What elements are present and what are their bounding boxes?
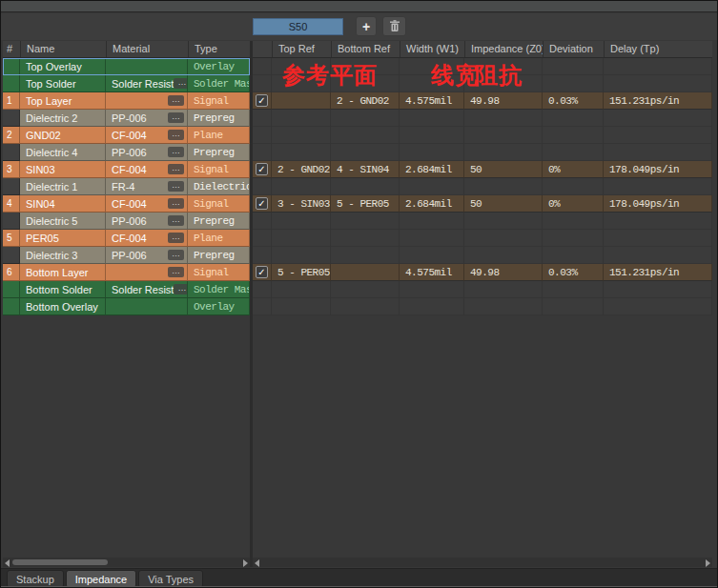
material-ellipsis-button[interactable]: … (168, 164, 184, 174)
impedance-cell[interactable] (464, 127, 543, 144)
impedance-cell[interactable] (464, 144, 543, 161)
layer-name-cell[interactable]: Dielectric 1 (20, 178, 106, 195)
layer-material-cell[interactable]: Solder Resist… (106, 281, 188, 298)
bottom-ref-cell[interactable] (331, 144, 400, 161)
width-cell[interactable]: 2.684mil (400, 195, 464, 213)
delay-cell[interactable] (604, 247, 712, 264)
enabled-checkbox[interactable]: ✓ (256, 163, 268, 175)
add-profile-button[interactable]: + (356, 16, 377, 36)
material-ellipsis-button[interactable]: … (168, 233, 184, 243)
bottom-ref-cell[interactable] (331, 213, 400, 230)
deviation-cell[interactable] (543, 58, 604, 75)
material-ellipsis-button[interactable]: … (168, 267, 184, 277)
enabled-checkbox[interactable]: ✓ (256, 94, 268, 107)
top-ref-cell[interactable] (272, 110, 331, 127)
layer-name-cell[interactable]: SIN04 (20, 195, 106, 213)
impedance-column-header[interactable]: Impedance (Z0) (464, 41, 543, 57)
impedance-cell[interactable] (464, 213, 543, 230)
width-cell[interactable] (400, 178, 464, 195)
stackup-row-gnd02[interactable]: 2GND02CF-004…Plane (3, 127, 250, 144)
impedance-row[interactable] (253, 298, 712, 315)
layer-type-cell[interactable]: Prepreg (188, 213, 250, 230)
material-ellipsis-button[interactable]: … (168, 147, 184, 157)
delay-cell[interactable]: 178.049ps/in (604, 161, 712, 178)
top-ref-cell[interactable]: 2 - GND02 (272, 161, 331, 178)
delay-cell[interactable] (604, 75, 712, 92)
stackup-column-header[interactable]: Type (188, 41, 250, 57)
material-ellipsis-button[interactable]: … (168, 250, 184, 260)
layer-type-cell[interactable]: Plane (188, 127, 250, 144)
layer-material-cell[interactable]: CF-004… (106, 127, 188, 144)
width-cell[interactable] (400, 247, 464, 264)
enabled-checkbox[interactable]: ✓ (256, 266, 268, 278)
layer-name-cell[interactable]: Dielectric 2 (20, 110, 106, 127)
bottom-ref-cell[interactable] (331, 230, 400, 247)
bottom-ref-cell[interactable] (331, 178, 400, 195)
layer-name-cell[interactable]: Top Solder (20, 75, 106, 92)
bottom-ref-cell[interactable]: 2 - GND02 (331, 92, 400, 110)
impedance-row[interactable]: ✓2 - GND024.575mil49.980.03%151.231ps/in (253, 92, 712, 110)
stackup-row-dielectric-3[interactable]: Dielectric 3PP-006…Prepreg (3, 247, 250, 264)
top-ref-cell[interactable] (272, 92, 331, 110)
impedance-cell[interactable] (464, 247, 543, 264)
top-ref-cell[interactable]: 3 - SIN03 (272, 195, 331, 213)
impedance-row[interactable] (253, 110, 712, 127)
delay-cell[interactable] (604, 144, 712, 161)
top-ref-cell[interactable] (272, 178, 331, 195)
width-cell[interactable] (400, 230, 464, 247)
layer-type-cell[interactable]: Overlay (188, 298, 250, 315)
top-ref-cell[interactable] (272, 230, 331, 247)
stackup-row-bottom-overlay[interactable]: Bottom OverlayOverlay (3, 298, 250, 315)
stackup-row-bottom-solder[interactable]: Bottom SolderSolder Resist…Solder Mask (3, 281, 250, 298)
bottom-ref-cell[interactable] (331, 127, 400, 144)
width-cell[interactable] (400, 127, 464, 144)
stackup-row-dielectric-2[interactable]: Dielectric 2PP-006…Prepreg (3, 110, 250, 127)
layer-material-cell[interactable]: PP-006… (106, 144, 188, 161)
impedance-column-header[interactable]: Bottom Ref (331, 41, 400, 57)
stackup-row-dielectric-5[interactable]: Dielectric 5PP-006…Prepreg (3, 213, 250, 230)
stackup-row-top-layer[interactable]: 1Top Layer…Signal (3, 92, 250, 110)
deviation-cell[interactable] (543, 281, 604, 298)
layer-type-cell[interactable]: Prepreg (188, 110, 250, 127)
impedance-row[interactable]: ✓5 - PER054.575mil49.980.03%151.231ps/in (253, 264, 712, 281)
layer-material-cell[interactable]: … (106, 264, 188, 281)
delay-cell[interactable] (604, 127, 712, 144)
deviation-cell[interactable] (543, 144, 604, 161)
impedance-row[interactable] (253, 281, 712, 298)
width-cell[interactable]: 4.575mil (400, 264, 464, 281)
deviation-cell[interactable]: 0.03% (543, 264, 604, 281)
impedance-row[interactable] (253, 247, 712, 264)
stackup-row-top-overlay[interactable]: Top OverlayOverlay (3, 58, 250, 75)
scroll-right-icon[interactable] (706, 559, 710, 567)
material-ellipsis-button[interactable]: … (168, 215, 184, 226)
layer-type-cell[interactable]: Solder Mask (188, 281, 250, 298)
material-ellipsis-button[interactable]: … (168, 130, 184, 140)
delay-cell[interactable] (604, 298, 712, 315)
layer-material-cell[interactable] (106, 298, 188, 315)
enabled-checkbox[interactable]: ✓ (256, 197, 268, 210)
layer-material-cell[interactable]: … (106, 92, 188, 110)
material-ellipsis-button[interactable]: … (168, 181, 184, 192)
stackup-row-per05[interactable]: 5PER05CF-004…Plane (3, 230, 250, 247)
impedance-cell[interactable]: 49.98 (464, 264, 543, 281)
scrollbar-thumb[interactable] (12, 559, 108, 565)
material-ellipsis-button[interactable]: … (168, 112, 184, 123)
bottom-ref-cell[interactable]: 5 - PER05 (331, 195, 400, 213)
impedance-row[interactable] (253, 230, 712, 247)
material-ellipsis-button[interactable]: … (168, 95, 184, 106)
layer-material-cell[interactable]: PP-006… (106, 247, 188, 264)
delay-cell[interactable] (604, 110, 712, 127)
top-ref-cell[interactable] (272, 298, 331, 315)
layer-material-cell[interactable]: FR-4… (106, 178, 188, 195)
deviation-cell[interactable]: 0% (543, 161, 604, 178)
impedance-cell[interactable] (464, 230, 543, 247)
bottom-ref-cell[interactable] (331, 247, 400, 264)
layer-type-cell[interactable]: Overlay (188, 58, 250, 75)
deviation-cell[interactable] (543, 75, 604, 92)
layer-material-cell[interactable]: Solder Resist… (106, 75, 188, 92)
layer-name-cell[interactable]: Bottom Solder (20, 281, 106, 298)
layer-name-cell[interactable]: Bottom Overlay (20, 298, 106, 315)
top-ref-cell[interactable] (272, 281, 331, 298)
deviation-cell[interactable]: 0.03% (543, 92, 604, 110)
bottom-ref-cell[interactable] (331, 264, 400, 281)
